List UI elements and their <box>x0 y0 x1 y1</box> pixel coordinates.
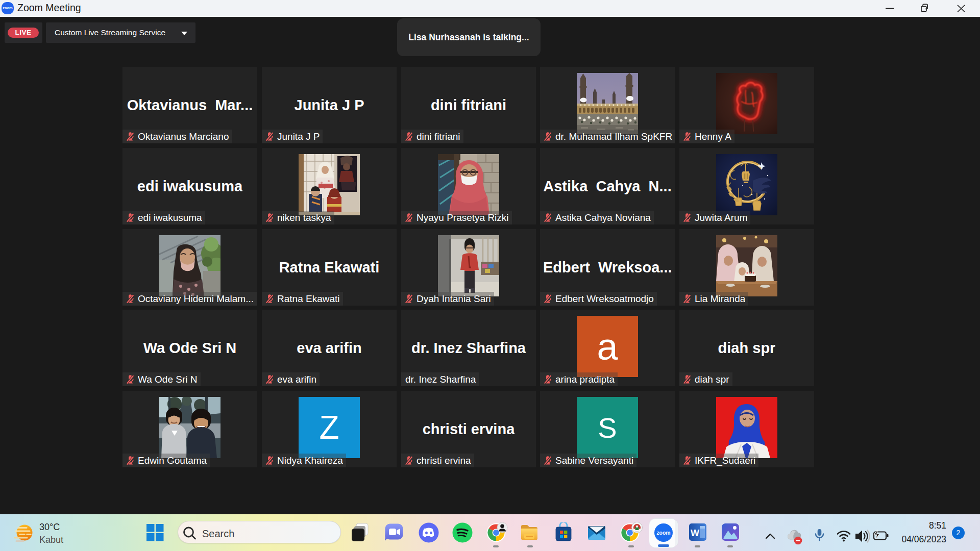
svg-text:W: W <box>691 528 699 538</box>
